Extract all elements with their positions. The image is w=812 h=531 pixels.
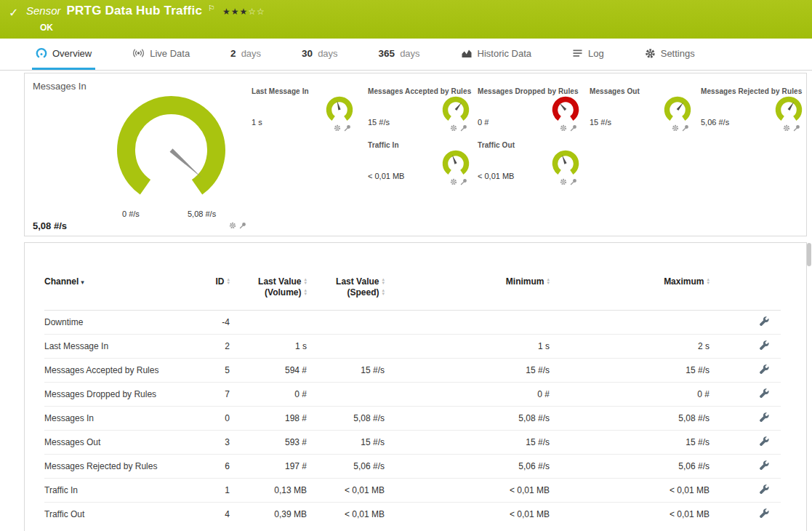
tab-settings[interactable]: Settings xyxy=(641,39,699,70)
channel-settings-wrench-icon[interactable] xyxy=(760,460,769,472)
gauge-pin-icon[interactable] xyxy=(682,124,689,132)
gauge-settings-gear-icon[interactable] xyxy=(450,178,457,185)
tab-number: 365 xyxy=(379,48,395,59)
channel-name[interactable]: Last Message In xyxy=(44,335,190,359)
channel-settings-wrench-icon[interactable] xyxy=(760,484,769,496)
gauge-actions xyxy=(783,124,800,132)
channel-settings-wrench-icon[interactable] xyxy=(760,388,769,400)
channel-name[interactable]: Messages Accepted by Rules xyxy=(44,359,190,383)
gauge-settings-gear-icon[interactable] xyxy=(560,178,567,185)
channel-name[interactable]: Messages Rejected by Rules xyxy=(44,455,190,479)
maximum-value: 2 s xyxy=(550,335,710,359)
stars-filled: ★★★ xyxy=(222,7,248,17)
tab-30-days[interactable]: 30days xyxy=(298,39,342,70)
minimum-value: 1 s xyxy=(385,335,550,359)
tab-historic-data[interactable]: Historic Data xyxy=(457,39,535,70)
last-value-speed: < 0,01 MB xyxy=(307,503,385,527)
minimum-value: < 0,01 MB xyxy=(385,503,550,527)
last-value-speed: 5,08 #/s xyxy=(307,407,385,431)
minimum-value: 5,08 #/s xyxy=(385,407,550,431)
scrollbar-thumb[interactable] xyxy=(807,243,811,266)
gauge-dial xyxy=(441,148,471,182)
gauge-pin-icon[interactable] xyxy=(460,124,467,132)
channel-id: 0 xyxy=(190,407,230,431)
channel-settings-wrench-icon[interactable] xyxy=(760,508,769,520)
sort-icon[interactable]: ▴▾ xyxy=(547,278,550,284)
channel-id: 4 xyxy=(190,503,230,527)
minimum-value: 0 # xyxy=(385,383,550,407)
gauge-dial xyxy=(324,95,355,128)
table-row: Messages Accepted by Rules5594 #15 #/s15… xyxy=(44,359,781,383)
col-header-channel[interactable]: Channel▾ xyxy=(44,276,190,311)
col-header-minimum[interactable]: Minimum▴▾ xyxy=(385,276,550,311)
channel-id: 5 xyxy=(190,359,230,383)
gauge-settings-gear-icon[interactable] xyxy=(560,124,567,132)
gauge-dial xyxy=(550,95,581,128)
tab-overview[interactable]: Overview xyxy=(32,39,95,70)
last-value-speed: 15 #/s xyxy=(307,359,385,383)
tab-label: days xyxy=(400,48,419,59)
col-header-id[interactable]: ID▴▾ xyxy=(190,276,230,311)
gauge-actions xyxy=(450,124,467,132)
channel-settings-wrench-icon[interactable] xyxy=(760,316,769,328)
table-row: Messages In0198 #5,08 #/s5,08 #/s5,08 #/… xyxy=(44,407,781,431)
sort-icon[interactable]: ▴▾ xyxy=(707,278,710,284)
sort-icon[interactable]: ▴▾ xyxy=(304,278,307,284)
gauge-last-message-in: Last Message In1 s xyxy=(252,87,362,138)
col-header-last-value-speed[interactable]: Last Value▴▾(Speed)▴▾ xyxy=(307,276,385,311)
gauge-messages-dropped-by-rules: Messages Dropped by Rules0 # xyxy=(478,87,588,138)
col-header-maximum[interactable]: Maximum▴▾ xyxy=(550,276,710,311)
channel-settings-wrench-icon[interactable] xyxy=(760,364,769,376)
gauge-settings-gear-icon[interactable] xyxy=(450,124,457,132)
gauge-value: 1 s xyxy=(252,118,262,127)
tab-live-data[interactable]: Live Data xyxy=(129,39,193,70)
overview-icon xyxy=(36,47,47,59)
tab-label: Settings xyxy=(661,48,695,59)
gauge-settings-gear-icon[interactable] xyxy=(672,124,679,132)
sort-icon[interactable]: ▴▾ xyxy=(382,278,385,284)
sort-icon[interactable]: ▴▾ xyxy=(382,289,385,295)
channel-name[interactable]: Traffic In xyxy=(44,479,190,503)
flag-icon[interactable]: ⚐ xyxy=(208,4,215,13)
gauge-value: 15 #/s xyxy=(590,118,611,127)
gauge-settings-gear-icon[interactable] xyxy=(334,124,341,132)
gauge-traffic-out: Traffic Out< 0,01 MB xyxy=(478,141,588,192)
gauge-pin-icon[interactable] xyxy=(570,124,577,132)
sort-icon[interactable]: ▴▾ xyxy=(304,289,307,295)
gauge-settings-gear-icon[interactable] xyxy=(783,124,790,132)
channel-actions xyxy=(710,335,781,359)
sort-icon[interactable]: ▴▾ xyxy=(227,278,230,284)
last-value-speed: 5,06 #/s xyxy=(307,455,385,479)
channel-actions xyxy=(710,479,781,503)
log-icon xyxy=(572,48,583,59)
historic-data-icon xyxy=(461,47,473,59)
maximum-value: 15 #/s xyxy=(550,431,710,455)
tab-365-days[interactable]: 365days xyxy=(375,39,424,70)
gauge-pin-icon[interactable] xyxy=(793,124,800,132)
channel-name[interactable]: Messages Out xyxy=(44,431,190,455)
gauge-actions xyxy=(672,124,689,132)
channels-table: Channel▾ID▴▾Last Value▴▾(Volume)▴▾Last V… xyxy=(44,276,781,527)
gauge-pin-icon[interactable] xyxy=(344,124,351,132)
channel-name[interactable]: Traffic Out xyxy=(44,503,190,527)
ok-check-icon: ✓ xyxy=(9,6,18,20)
channel-name[interactable]: Downtime xyxy=(44,311,190,335)
channel-id: 7 xyxy=(190,383,230,407)
col-header-last-value-volume[interactable]: Last Value▴▾(Volume)▴▾ xyxy=(230,276,307,311)
tab-log[interactable]: Log xyxy=(568,39,608,70)
channel-settings-wrench-icon[interactable] xyxy=(760,436,769,448)
channel-settings-wrench-icon[interactable] xyxy=(760,412,769,424)
table-header-row: Channel▾ID▴▾Last Value▴▾(Volume)▴▾Last V… xyxy=(44,276,781,311)
gauge-dial xyxy=(773,95,804,128)
tab-label: Overview xyxy=(52,48,92,59)
table-row: Downtime-4 xyxy=(44,311,781,335)
tab-2-days[interactable]: 2days xyxy=(227,39,265,70)
gauge-pin-icon[interactable] xyxy=(460,178,467,185)
priority-stars[interactable]: ★★★☆☆ xyxy=(222,7,265,17)
channel-name[interactable]: Messages Dropped by Rules xyxy=(44,383,190,407)
gauge-pin-icon[interactable] xyxy=(570,178,577,185)
tab-label: days xyxy=(318,48,337,59)
channel-id: 1 xyxy=(190,479,230,503)
channel-settings-wrench-icon[interactable] xyxy=(760,340,769,352)
channel-name[interactable]: Messages In xyxy=(44,407,190,431)
